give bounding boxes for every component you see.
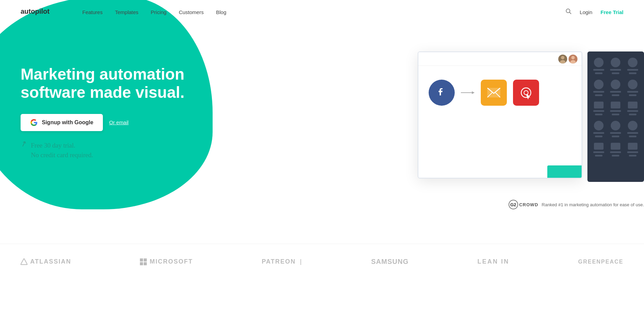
panel-item <box>607 99 624 118</box>
panel-line <box>627 69 638 71</box>
greenpeace-logo: GREENPEACE <box>578 259 623 265</box>
panel-circle-icon <box>594 58 604 67</box>
panel-line <box>627 91 638 93</box>
avatar-1 <box>558 55 567 63</box>
logo[interactable]: autopilot <box>21 6 65 18</box>
panel-item <box>590 77 607 99</box>
panel-sq-icon <box>628 102 637 108</box>
leanin-logo: LEAN IN <box>477 258 509 265</box>
panel-circle-icon <box>611 58 620 67</box>
email-node <box>481 80 507 106</box>
nav-customers[interactable]: Customers <box>179 9 204 15</box>
panel-line-short <box>629 72 636 74</box>
hero-section: Marketing automation software made visua… <box>0 24 644 216</box>
nav-blog[interactable]: Blog <box>216 9 226 15</box>
panel-item <box>607 55 624 77</box>
panel-line <box>593 91 604 93</box>
svg-point-5 <box>571 56 575 59</box>
panel-item <box>590 140 607 159</box>
panel-line-short <box>629 155 636 156</box>
panel-line <box>610 91 621 93</box>
panel-item <box>607 77 624 99</box>
mockup-topbar <box>418 52 582 66</box>
free-trial-link[interactable]: Free Trial <box>600 9 623 15</box>
panel-sq-icon <box>628 143 637 150</box>
action-node <box>513 80 539 106</box>
panel-item <box>624 99 641 118</box>
panel-item <box>624 55 641 77</box>
panel-item <box>624 140 641 159</box>
panel-item <box>590 118 607 140</box>
mockup-bottom-bar <box>547 165 582 178</box>
panel-line-short <box>595 155 603 156</box>
panel-line-short <box>612 72 619 74</box>
panel-item <box>624 118 641 140</box>
panel-sq-icon <box>594 143 604 150</box>
panel-line <box>627 110 638 112</box>
arrow-icon: ↗ <box>19 138 28 149</box>
panel-circle-icon <box>594 121 604 130</box>
svg-rect-20 <box>144 262 147 265</box>
svg-line-2 <box>569 12 571 14</box>
nav-right: Login Free Trial <box>565 8 623 16</box>
google-icon <box>30 119 38 126</box>
panel-item <box>624 77 641 99</box>
panel-line-short <box>629 114 636 115</box>
hero-note-text: Free 30 day trial. No credit card requir… <box>31 141 213 160</box>
crowd-label: CROWD <box>519 202 538 207</box>
svg-point-4 <box>560 60 565 63</box>
panel-sq-icon <box>594 102 604 108</box>
panel-circle-icon <box>628 58 637 67</box>
mockup-avatars <box>558 55 577 63</box>
nav-features[interactable]: Features <box>82 9 103 15</box>
nav-pricing[interactable]: Pricing <box>151 9 167 15</box>
facebook-node <box>429 80 455 106</box>
panel-line-short <box>612 114 619 115</box>
panel-line-short <box>612 136 619 137</box>
navigation: autopilot Features Templates Pricing Cus… <box>0 0 644 24</box>
panel-circle-icon <box>611 80 620 89</box>
panel-item <box>590 55 607 77</box>
panel-line <box>610 110 621 112</box>
panel-line-short <box>629 94 636 96</box>
svg-point-13 <box>524 91 528 95</box>
login-link[interactable]: Login <box>580 9 593 15</box>
panel-item <box>607 118 624 140</box>
panel-line <box>593 69 604 71</box>
nav-templates[interactable]: Templates <box>115 9 138 15</box>
atlassian-icon <box>21 258 27 265</box>
svg-point-12 <box>521 88 531 97</box>
or-email-link[interactable]: Or email <box>109 119 129 125</box>
panel-item <box>607 140 624 159</box>
nav-links: Features Templates Pricing Customers Blo… <box>82 9 226 15</box>
app-mockup: G2 CROWD Ranked #1 in marketing automati… <box>418 51 644 189</box>
g2-tagline: Ranked #1 in marketing automation for ea… <box>542 202 644 207</box>
flow-arrow <box>461 88 475 97</box>
svg-point-6 <box>570 60 576 63</box>
panel-sq-icon <box>611 143 620 150</box>
atlassian-logo: ATLASSIAN <box>21 258 71 265</box>
panel-line-short <box>612 94 619 96</box>
panel-line-short <box>629 136 636 137</box>
panel-item <box>590 99 607 118</box>
panel-line-short <box>595 94 603 96</box>
hero-content: Marketing automation software made visua… <box>21 24 213 160</box>
svg-point-3 <box>561 56 564 59</box>
svg-rect-17 <box>140 258 143 262</box>
svg-rect-19 <box>140 262 143 265</box>
search-icon[interactable] <box>565 8 572 16</box>
panel-line <box>610 151 621 153</box>
svg-marker-16 <box>21 258 27 265</box>
hero-title: Marketing automation software made visua… <box>21 65 213 102</box>
samsung-logo: SAMSUNG <box>371 258 408 266</box>
g2-logo-icon: G2 <box>509 200 518 209</box>
panel-line-short <box>595 72 603 74</box>
flow-canvas <box>418 66 582 119</box>
hero-note: ↗ Free 30 day trial. No credit card requ… <box>21 141 213 160</box>
signup-google-button[interactable]: Signup with Google <box>21 114 103 131</box>
panel-line <box>610 69 621 71</box>
avatar-2 <box>569 55 577 63</box>
g2crowd-badge: G2 CROWD Ranked #1 in marketing automati… <box>509 200 644 209</box>
microsoft-logo: Microsoft <box>140 258 193 265</box>
panel-line <box>627 151 638 153</box>
